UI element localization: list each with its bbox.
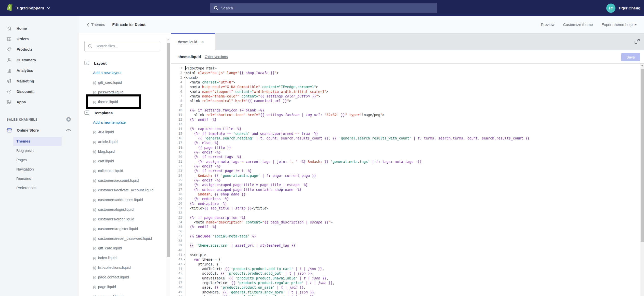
sidebar-item-analytics[interactable]: Analytics <box>0 65 79 76</box>
code-line[interactable] <box>186 210 639 215</box>
sidebar-item-themes-active[interactable]: Themes <box>13 137 62 146</box>
layout-section-header[interactable]: Layout <box>79 58 166 68</box>
code-line[interactable]: showMore: {{ 'general.filters.show_more'… <box>186 290 639 294</box>
code-line[interactable]: {%- endif -%} <box>186 150 639 154</box>
file-item[interactable]: {/}customers/addresses.liquid <box>79 195 157 205</box>
fold-arrow-icon[interactable]: ▾ <box>184 257 185 262</box>
file-item[interactable]: {/}index.liquid <box>79 253 157 263</box>
add-new-template-link[interactable]: Add a new template <box>79 118 166 127</box>
sidebar-item-customers[interactable]: Customers <box>0 55 79 65</box>
code-line[interactable]: strings: { <box>186 262 639 266</box>
fold-arrow-icon[interactable]: ▾ <box>184 75 185 80</box>
sidebar-item-navigation[interactable]: Navigation <box>0 165 79 174</box>
code-line[interactable]: {%- endunless -%} <box>186 196 639 201</box>
file-item[interactable]: {/}404.liquid <box>79 127 157 137</box>
code-line[interactable]: {%- endif -%} <box>186 164 639 168</box>
file-item[interactable]: {/}password.liquid <box>79 292 157 296</box>
file-item[interactable]: {/}customers/activate_account.liquid <box>79 185 157 195</box>
code-line[interactable]: <meta name="viewport" content="width=dev… <box>186 89 639 94</box>
file-item[interactable]: {/}customers/order.liquid <box>79 214 157 224</box>
code-line[interactable]: <meta http-equiv="X-UA-Compatible" conte… <box>186 84 639 89</box>
code-line[interactable]: <head> <box>186 75 639 80</box>
code-line[interactable]: {%- assign meta_tags = current_tags | jo… <box>186 159 639 164</box>
code-line[interactable]: {{ page_title }} <box>186 145 639 150</box>
code-line[interactable]: {%- if settings.favicon != blank -%} <box>186 108 639 112</box>
code-line[interactable]: {%- endif -%} <box>186 117 639 122</box>
code-line[interactable]: regularPrice: {{ 'products.product.regul… <box>186 280 639 285</box>
sidebar-item-marketing[interactable]: Marketing <box>0 76 79 86</box>
file-panel-scrollbar[interactable]: ▲ <box>166 38 170 296</box>
editor-scrollbar[interactable]: ▲ <box>640 64 644 296</box>
global-search[interactable] <box>210 3 437 13</box>
code-line[interactable]: {%- if template == 'search' and search.p… <box>186 131 639 136</box>
file-item[interactable]: {/}page.contact.liquid <box>79 272 157 282</box>
scroll-up-arrow-icon[interactable]: ▲ <box>641 64 643 66</box>
code-line[interactable]: addToCart: {{ 'products.product.add_to_c… <box>186 266 639 271</box>
close-tab-icon[interactable]: × <box>201 40 204 44</box>
sidebar-item-discounts[interactable]: Discounts <box>0 86 79 97</box>
file-item[interactable]: {/}blog.liquid <box>79 147 157 156</box>
search-input[interactable] <box>221 6 433 10</box>
file-item[interactable]: {/}customers/account.liquid <box>79 176 157 185</box>
code-line[interactable]: unavailable: {{ 'products.product.unavai… <box>186 276 639 280</box>
code-line[interactable]: {{ 'general.search.heading' | t: count: … <box>186 136 639 140</box>
code-line[interactable]: {%- if current_tags -%} <box>186 154 639 159</box>
sidebar-item-products[interactable]: Products <box>0 44 79 55</box>
code-line[interactable] <box>186 229 639 234</box>
file-item[interactable]: {/}page.liquid <box>79 282 157 292</box>
file-item[interactable]: {/}password.liquid <box>79 87 157 97</box>
file-item[interactable]: {/}gift_card.liquid <box>79 78 157 87</box>
code-line[interactable]: {%- endif -%} <box>186 178 639 182</box>
tab-theme-liquid[interactable]: theme.liquid × <box>171 33 215 50</box>
sidebar-item-preferences[interactable]: Preferences <box>0 183 79 193</box>
older-versions-link[interactable]: Older versions <box>205 55 228 59</box>
code-line[interactable]: {%- if page_description -%} <box>186 215 639 220</box>
code-line[interactable]: {{ 'theme.scss.css' | asset_url | styles… <box>186 243 639 248</box>
code-line[interactable] <box>186 122 639 126</box>
code-line[interactable]: sale: {{ 'products.product.on_sale' | t … <box>186 285 639 290</box>
code-line[interactable]: <link rel="shortcut icon" href="{{ setti… <box>186 112 639 117</box>
sidebar-item-domains[interactable]: Domains <box>0 174 79 183</box>
file-item[interactable]: {/}customers/login.liquid <box>79 205 157 214</box>
file-item[interactable]: {/}customers/register.liquid <box>79 224 157 234</box>
file-search[interactable] <box>84 41 160 51</box>
file-item[interactable]: {/}article.liquid <box>79 137 157 147</box>
preview-button[interactable]: Preview <box>541 22 554 27</box>
file-item[interactable]: {/}gift_card.liquid <box>79 243 157 253</box>
add-new-layout-link[interactable]: Add a new layout <box>79 68 166 78</box>
code-line[interactable]: &ndash; {{ shop.name }} <box>186 192 639 196</box>
code-line[interactable]: var theme = { <box>186 257 639 262</box>
file-item[interactable]: {/}theme.liquid <box>79 97 157 107</box>
expert-theme-help-button[interactable]: Expert theme help <box>601 22 637 27</box>
sidebar-item-blog-posts[interactable]: Blog posts <box>0 146 79 156</box>
code-line[interactable]: {%- endif -%} <box>186 224 639 229</box>
code-line[interactable]: <!doctype html> <box>186 66 639 71</box>
code-line[interactable]: {%- else -%} <box>186 140 639 145</box>
fold-arrow-icon[interactable]: ▾ <box>184 252 185 257</box>
code-line[interactable] <box>186 238 639 243</box>
code-line[interactable]: &ndash; {{ 'general.meta.page' | t: page… <box>186 173 639 178</box>
sidebar-item-apps[interactable]: Apps <box>0 97 79 107</box>
file-item[interactable]: {/}collection.liquid <box>79 166 157 176</box>
code-line[interactable]: soldOut: {{ 'products.product.sold_out' … <box>186 271 639 276</box>
sidebar-item-home[interactable]: Home <box>0 23 79 34</box>
code-line[interactable] <box>186 248 639 252</box>
store-menu[interactable]: S TigreShoppers <box>0 4 73 13</box>
sidebar-item-pages[interactable]: Pages <box>0 155 79 165</box>
scroll-up-arrow-icon[interactable]: ▲ <box>167 38 169 41</box>
view-store-eye-icon[interactable] <box>66 128 71 134</box>
file-search-input[interactable] <box>95 44 156 48</box>
add-sales-channel-button[interactable] <box>66 117 71 123</box>
scrollbar-thumb[interactable] <box>167 43 170 257</box>
file-item[interactable]: {/}cart.liquid <box>79 156 157 166</box>
code-line[interactable]: <meta name="description" content="{{ pag… <box>186 220 639 224</box>
code-line[interactable] <box>186 103 639 108</box>
back-to-themes-link[interactable]: Themes <box>87 22 105 27</box>
code-line[interactable]: <title>{{ seo_title | strip }}</title> <box>186 206 639 210</box>
code-line[interactable]: <script> <box>186 252 639 257</box>
code-line[interactable]: showLess: {{ 'general.filters.show_less'… <box>186 294 639 296</box>
code-line[interactable]: {%- assign escaped_page_title = page_tit… <box>186 182 639 187</box>
code-line[interactable]: {%- endcapture -%} <box>186 201 639 206</box>
save-button[interactable]: Save <box>621 53 640 61</box>
user-menu[interactable]: TC Tiger Cheng <box>606 0 640 16</box>
